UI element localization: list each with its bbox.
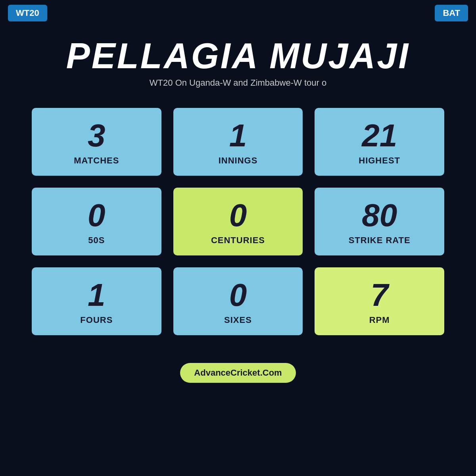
footer: AdvanceCricket.Com xyxy=(0,351,476,395)
stat-value-fours: 1 xyxy=(88,279,106,311)
stat-card-centuries: 0CENTURIES xyxy=(173,188,303,255)
footer-badge[interactable]: AdvanceCricket.Com xyxy=(180,363,296,383)
stat-card-strike-rate: 80Strike Rate xyxy=(315,188,444,255)
stat-card-innings: 1Innings xyxy=(173,108,303,176)
player-section: PELLAGIA MUJAJI WT20 On Uganda-W and Zim… xyxy=(0,26,476,92)
stat-card-matches: 3Matches xyxy=(32,108,161,176)
stat-value-highest: 21 xyxy=(362,120,397,152)
stat-label-centuries: CENTURIES xyxy=(211,235,265,246)
stat-value-centuries: 0 xyxy=(229,200,247,231)
stat-value-fifties: 0 xyxy=(88,200,106,231)
stat-label-highest: Highest xyxy=(359,155,400,166)
wt20-badge: WT20 xyxy=(8,5,47,21)
stat-card-fifties: 050s xyxy=(32,188,161,255)
stat-label-innings: Innings xyxy=(219,155,258,166)
stat-card-fours: 1Fours xyxy=(32,267,161,335)
stat-value-rpm: 7 xyxy=(370,279,388,311)
stat-label-rpm: RPM xyxy=(369,315,390,325)
stat-label-fours: Fours xyxy=(80,315,113,325)
stat-value-innings: 1 xyxy=(229,120,247,152)
stat-card-rpm: 7RPM xyxy=(315,267,444,335)
header: WT20 BAT xyxy=(0,0,476,26)
stat-card-sixes: 0Sixes xyxy=(173,267,303,335)
player-name: PELLAGIA MUJAJI xyxy=(8,38,468,74)
stat-card-highest: 21Highest xyxy=(315,108,444,176)
player-subtitle: WT20 On Uganda-W and Zimbabwe-W tour o xyxy=(8,78,468,88)
stat-label-fifties: 50s xyxy=(88,235,105,246)
stat-value-matches: 3 xyxy=(88,120,106,152)
stat-label-sixes: Sixes xyxy=(224,315,252,325)
stats-grid: 3Matches1Innings21Highest050s0CENTURIES8… xyxy=(0,92,476,351)
stat-value-sixes: 0 xyxy=(229,279,247,311)
stat-value-strike-rate: 80 xyxy=(362,200,397,231)
stat-label-matches: Matches xyxy=(74,155,119,166)
stat-label-strike-rate: Strike Rate xyxy=(349,235,411,246)
bat-badge: BAT xyxy=(435,5,468,21)
